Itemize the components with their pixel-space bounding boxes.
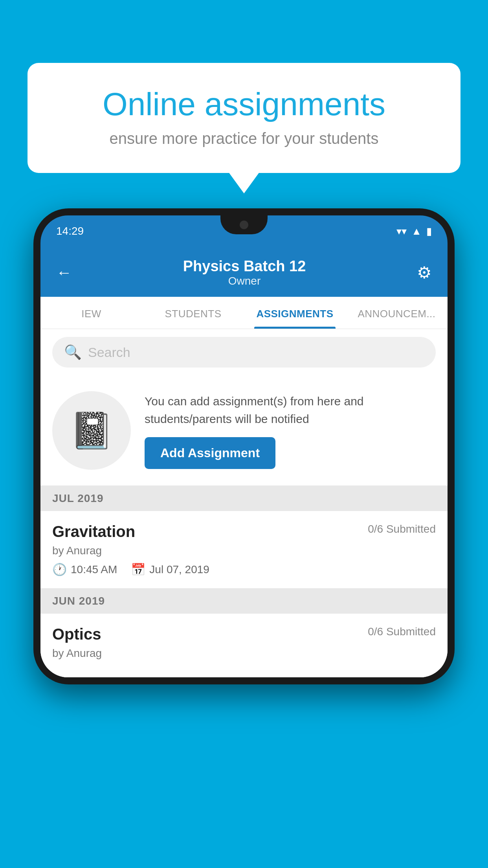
assignment-submitted-gravitation: 0/6 Submitted [368,523,436,535]
promo-text: You can add assignment(s) from here and … [145,392,432,428]
promo-icon-circle: 📓 [52,391,131,470]
status-time: 14:29 [56,225,84,237]
assignment-submitted-optics: 0/6 Submitted [368,625,436,638]
tab-iew[interactable]: IEW [40,297,142,329]
assignment-name-optics: Optics [52,625,101,643]
header-title: Physics Batch 12 [72,258,417,275]
tabs-bar: IEW STUDENTS ASSIGNMENTS ANNOUNCEM... [40,297,448,329]
assignment-time-value: 10:45 AM [71,563,117,576]
back-button[interactable]: ← [56,264,72,281]
battery-icon: ▮ [426,225,432,237]
phone-screen: ← Physics Batch 12 Owner ⚙ IEW STUDENTS … [40,247,448,677]
camera-dot [240,221,248,229]
phone-outer: 14:29 ▾▾ ▲ ▮ ← Physics Batch 12 Owner ⚙ [33,208,455,684]
tab-announcements[interactable]: ANNOUNCEM... [346,297,448,329]
search-icon: 🔍 [64,344,82,360]
add-assignment-promo: 📓 You can add assignment(s) from here an… [40,375,448,486]
assignment-date: 📅 Jul 07, 2019 [131,563,209,576]
app-header: ← Physics Batch 12 Owner ⚙ [40,247,448,297]
assignment-row-top: Gravitation 0/6 Submitted [52,523,436,541]
assignment-item-gravitation[interactable]: Gravitation 0/6 Submitted by Anurag 🕐 10… [40,511,448,588]
signal-icon: ▲ [411,225,422,237]
status-icons: ▾▾ ▲ ▮ [396,225,432,237]
section-header-jul: JUL 2019 [40,486,448,511]
search-input-placeholder[interactable]: Search [88,345,130,360]
assignment-meta-gravitation: 🕐 10:45 AM 📅 Jul 07, 2019 [52,563,436,576]
notebook-icon: 📓 [70,410,114,451]
settings-icon[interactable]: ⚙ [417,263,432,282]
speech-bubble: Online assignments ensure more practice … [28,63,460,173]
search-container: 🔍 Search [40,329,448,375]
wifi-icon: ▾▾ [396,225,407,237]
speech-bubble-subtitle: ensure more practice for your students [55,130,433,147]
speech-bubble-title: Online assignments [55,86,433,122]
header-center: Physics Batch 12 Owner [72,258,417,287]
assignment-name-gravitation: Gravitation [52,523,135,541]
assignment-time: 🕐 10:45 AM [52,563,117,576]
notch [220,215,268,234]
speech-bubble-container: Online assignments ensure more practice … [28,63,460,173]
calendar-icon: 📅 [131,563,145,576]
search-bar[interactable]: 🔍 Search [52,337,436,368]
status-bar: 14:29 ▾▾ ▲ ▮ [40,215,448,247]
phone-wrapper: 14:29 ▾▾ ▲ ▮ ← Physics Batch 12 Owner ⚙ [33,208,455,684]
header-subtitle: Owner [72,275,417,287]
section-header-jun-text: JUN 2019 [52,595,105,607]
tab-assignments[interactable]: ASSIGNMENTS [244,297,346,329]
clock-icon: 🕐 [52,563,67,576]
assignment-item-optics[interactable]: Optics 0/6 Submitted by Anurag [40,614,448,677]
assignment-by-gravitation: by Anurag [52,544,436,557]
assignment-by-optics: by Anurag [52,647,436,660]
assignment-row-top-optics: Optics 0/6 Submitted [52,625,436,643]
tab-students[interactable]: STUDENTS [142,297,244,329]
section-header-jul-text: JUL 2019 [52,492,103,504]
section-header-jun: JUN 2019 [40,588,448,614]
promo-right: You can add assignment(s) from here and … [145,392,432,469]
assignment-date-value: Jul 07, 2019 [149,563,209,576]
add-assignment-button[interactable]: Add Assignment [145,437,275,469]
